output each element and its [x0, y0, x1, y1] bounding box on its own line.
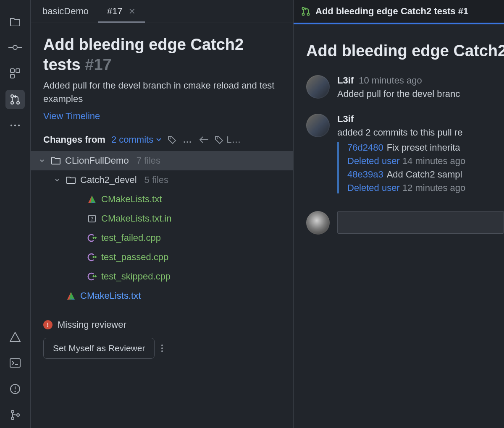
comment-compose [294, 203, 504, 235]
timeline-comment: L3if 10 minutes ago Added pull for the d… [294, 70, 504, 109]
commit-icon[interactable] [5, 38, 25, 57]
avatar [306, 211, 330, 235]
tree-file-label: CMakeLists.txt.in [101, 213, 172, 224]
pr-description: Added pull for the devel branch in cmake… [43, 79, 281, 106]
left-icon-rail [0, 0, 31, 428]
tree-file-label: test_passed.cpp [101, 252, 168, 263]
svg-rect-4 [16, 69, 20, 73]
svg-point-8 [17, 102, 19, 104]
svg-point-10 [14, 125, 16, 126]
arrow-left-icon[interactable] [199, 136, 209, 144]
close-icon[interactable]: ✕ [129, 6, 136, 16]
changes-from-label: Changes from [43, 134, 105, 145]
tree-folder-root[interactable]: CLionFullDemo 7 files [31, 151, 293, 170]
pr-number-tab[interactable]: #17 ✕ [98, 0, 145, 23]
tree-file[interactable]: test_passed.cpp [31, 248, 293, 267]
timeline-title: Add bleeding edge Catch2 [294, 24, 504, 70]
svg-point-11 [18, 125, 20, 126]
tree-file-label: CMakeLists.txt [101, 194, 162, 205]
timeline-panel: Add bleeding edge Catch2 tests #1 Add bl… [294, 0, 504, 428]
reviewer-more-menu[interactable] [161, 344, 163, 352]
repo-breadcrumb[interactable]: basicDemo [31, 0, 98, 23]
view-timeline-link[interactable]: View Timeline [43, 111, 100, 122]
unknown-file-icon: ? [87, 214, 97, 223]
chevron-down-icon [156, 138, 162, 142]
cmake-file-icon [66, 292, 76, 300]
cpp-file-icon [87, 272, 97, 281]
tree-folder-count: 7 files [136, 155, 160, 166]
cmake-file-icon [87, 195, 97, 204]
comment-body: Added pull for the devel branc [337, 89, 504, 99]
timeline-commits-event: L3if added 2 commits to this pull re 76d… [294, 109, 504, 203]
pull-requests-icon[interactable] [5, 90, 25, 109]
pull-request-icon [301, 7, 310, 16]
tag-icon[interactable] [168, 135, 177, 144]
commit-meta: Deleted user 14 minutes ago [347, 156, 504, 167]
svg-point-19 [170, 137, 171, 138]
avatar [306, 114, 330, 137]
pr-title: Add bleeding edge Catch2 tests #17 [43, 35, 281, 75]
tag-label-trunc[interactable]: L… [215, 134, 241, 145]
svg-point-18 [17, 414, 19, 416]
tree-file[interactable]: test_failed.cpp [31, 228, 293, 248]
comment-input[interactable] [337, 211, 504, 234]
tree-folder-label: CLionFullDemo [65, 155, 129, 166]
comment-author[interactable]: L3if [337, 75, 354, 86]
more-ellipsis[interactable]: … [183, 134, 193, 145]
svg-point-7 [11, 102, 13, 104]
more-icon[interactable] [5, 116, 25, 135]
svg-point-0 [13, 45, 17, 50]
tree-file-label: test_skipped.cpp [101, 271, 171, 282]
terminal-icon[interactable] [5, 353, 25, 373]
svg-text:?: ? [90, 216, 93, 222]
commits-dropdown[interactable]: 2 commits [111, 134, 162, 145]
commit-meta: Deleted user 12 minutes ago [347, 183, 504, 193]
event-author[interactable]: L3if [337, 114, 354, 124]
svg-point-23 [302, 8, 304, 10]
svg-point-24 [302, 13, 304, 16]
folder-icon [51, 157, 61, 164]
changes-toolbar: Changes from 2 commits … L… [31, 128, 293, 151]
svg-rect-12 [10, 359, 20, 367]
comment-time: 10 minutes ago [359, 75, 422, 86]
file-tree: CLionFullDemo 7 files Catch2_devel 5 fil… [31, 151, 293, 309]
svg-point-16 [11, 410, 14, 413]
commit-item[interactable]: 48e39a3Add Catch2 sampl [347, 169, 504, 180]
chevron-down-icon [39, 158, 47, 164]
cpp-file-icon [87, 234, 97, 242]
chevron-down-icon [54, 177, 62, 183]
commit-item[interactable]: 76d2480Fix preset inherita [347, 142, 504, 153]
cmake-tool-icon[interactable] [5, 327, 25, 347]
svg-point-6 [11, 95, 13, 97]
svg-point-25 [307, 13, 310, 16]
svg-point-9 [10, 125, 12, 126]
pr-tabs: basicDemo #17 ✕ [31, 0, 293, 23]
reviewer-section: ! Missing reviewer Set Myself as Reviewe… [31, 309, 293, 369]
tree-file[interactable]: test_skipped.cpp [31, 267, 293, 286]
problems-icon[interactable] [5, 379, 25, 399]
tree-file-label: test_failed.cpp [101, 232, 161, 243]
timeline-editor-tab[interactable]: Add bleeding edge Catch2 tests #1 [294, 0, 504, 24]
tree-folder-label: Catch2_devel [80, 175, 137, 185]
set-myself-reviewer-button[interactable]: Set Myself as Reviewer [43, 338, 155, 359]
structure-icon[interactable] [5, 64, 25, 83]
cpp-file-icon [87, 253, 97, 261]
svg-point-15 [14, 391, 16, 392]
reviewer-warning: ! Missing reviewer [43, 319, 281, 330]
folder-icon [66, 176, 76, 184]
git-icon[interactable] [5, 405, 25, 425]
tree-folder-sub[interactable]: Catch2_devel 5 files [31, 170, 293, 190]
pr-detail-panel: basicDemo #17 ✕ Add bleeding edge Catch2… [31, 0, 294, 428]
warning-icon: ! [43, 320, 52, 329]
avatar [306, 75, 330, 99]
tree-file[interactable]: ?CMakeLists.txt.in [31, 209, 293, 228]
svg-point-20 [217, 137, 218, 138]
tree-file[interactable]: CMakeLists.txt [31, 286, 293, 305]
tree-file[interactable]: CMakeLists.txt [31, 190, 293, 209]
svg-rect-5 [10, 74, 14, 78]
svg-rect-3 [10, 69, 14, 73]
tree-file-label: CMakeLists.txt [80, 290, 141, 301]
svg-point-17 [11, 417, 14, 420]
commit-list: 76d2480Fix preset inherita Deleted user … [337, 142, 504, 193]
project-icon[interactable] [5, 12, 25, 31]
